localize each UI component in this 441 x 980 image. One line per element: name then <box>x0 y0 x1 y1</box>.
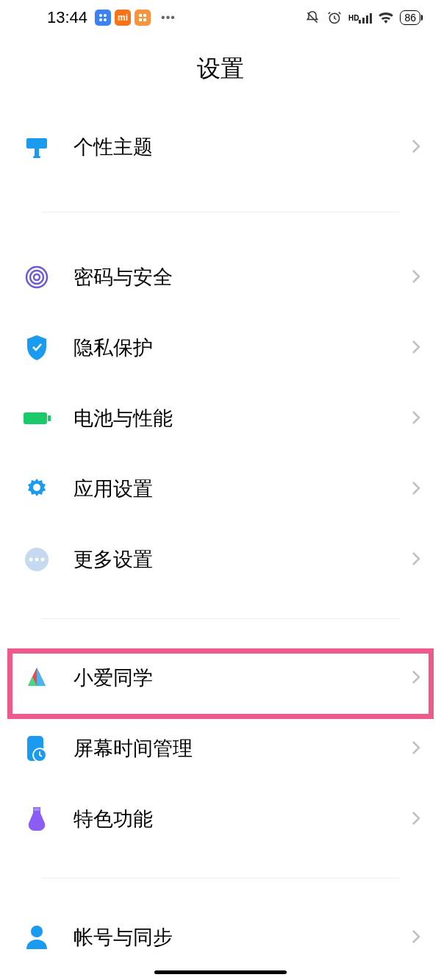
battery-icon <box>21 402 53 434</box>
item-label: 应用设置 <box>74 476 412 502</box>
svg-point-1 <box>104 14 107 17</box>
svg-rect-10 <box>359 20 361 24</box>
battery-indicator: 86 <box>400 10 420 25</box>
flask-icon <box>21 803 53 835</box>
status-left: 13:44 mi ••• <box>47 8 176 27</box>
settings-list: 个性主题 密码与安全 隐私保护 电池与性能 <box>0 112 441 980</box>
settings-item-apps[interactable]: 应用设置 <box>21 454 420 524</box>
page-title: 设置 <box>0 53 441 85</box>
user-icon <box>21 921 53 954</box>
settings-item-xiaoai[interactable]: 小爱同学 <box>21 643 420 713</box>
wifi-icon <box>378 10 394 26</box>
svg-point-2 <box>99 18 102 21</box>
svg-rect-11 <box>362 18 365 24</box>
svg-point-19 <box>34 274 40 280</box>
chevron-right-icon <box>412 737 420 760</box>
notif-app-icon <box>135 10 151 26</box>
notif-app-icon <box>95 10 111 26</box>
xiaoai-icon <box>21 662 53 694</box>
settings-item-privacy[interactable]: 隐私保护 <box>21 312 420 383</box>
home-indicator[interactable] <box>154 970 287 974</box>
chevron-right-icon <box>412 807 420 831</box>
svg-rect-21 <box>48 415 51 421</box>
svg-point-26 <box>41 558 45 562</box>
svg-rect-7 <box>143 18 146 21</box>
item-label: 帐号与同步 <box>74 924 412 951</box>
chevron-right-icon <box>412 926 420 949</box>
svg-point-25 <box>35 558 39 562</box>
settings-item-screentime[interactable]: 屏幕时间管理 <box>21 713 420 784</box>
status-app-icons: mi <box>95 10 151 26</box>
item-label: 小爱同学 <box>74 665 412 691</box>
item-label: 隐私保护 <box>74 335 412 361</box>
svg-rect-6 <box>139 18 142 21</box>
svg-point-18 <box>30 271 43 284</box>
item-label: 密码与安全 <box>74 264 412 290</box>
chevron-right-icon <box>412 336 420 360</box>
chevron-right-icon <box>412 666 420 690</box>
alarm-icon <box>326 10 343 26</box>
settings-divider <box>41 618 400 619</box>
settings-item-battery[interactable]: 电池与性能 <box>21 383 420 454</box>
chevron-right-icon <box>412 548 420 571</box>
svg-rect-20 <box>24 412 47 424</box>
fingerprint-icon <box>21 261 53 293</box>
svg-point-24 <box>29 558 33 562</box>
more-notifications-icon: ••• <box>161 11 176 24</box>
svg-point-29 <box>33 808 40 811</box>
silent-icon <box>304 10 320 26</box>
item-label: 特色功能 <box>74 806 412 832</box>
status-right: HD 86 <box>304 10 420 26</box>
svg-rect-5 <box>143 14 146 17</box>
item-label: 电池与性能 <box>74 405 412 432</box>
more-icon <box>21 543 53 576</box>
svg-rect-16 <box>33 156 40 158</box>
svg-rect-4 <box>139 14 142 17</box>
settings-item-theme[interactable]: 个性主题 <box>21 112 420 182</box>
settings-item-special[interactable]: 特色功能 <box>21 784 420 854</box>
item-label: 更多设置 <box>74 546 412 573</box>
settings-divider <box>41 212 400 212</box>
chevron-right-icon <box>412 265 420 289</box>
svg-point-3 <box>104 18 107 21</box>
svg-point-22 <box>33 484 40 491</box>
chevron-right-icon <box>412 135 420 159</box>
shield-icon <box>21 332 53 364</box>
item-label: 个性主题 <box>74 134 412 160</box>
svg-point-0 <box>99 14 102 17</box>
status-bar: 13:44 mi ••• HD 86 <box>0 0 441 35</box>
settings-divider <box>41 878 400 879</box>
theme-icon <box>21 131 53 163</box>
gear-icon <box>21 473 53 505</box>
hd-signal-icon: HD <box>348 10 372 26</box>
screentime-icon <box>21 732 53 765</box>
svg-point-30 <box>31 926 43 937</box>
svg-rect-13 <box>370 13 372 24</box>
svg-rect-15 <box>35 149 39 156</box>
item-label: 屏幕时间管理 <box>74 735 412 762</box>
svg-rect-12 <box>366 15 368 24</box>
settings-item-security[interactable]: 密码与安全 <box>21 242 420 312</box>
status-time: 13:44 <box>47 8 87 27</box>
svg-rect-14 <box>26 138 47 149</box>
chevron-right-icon <box>412 407 420 430</box>
settings-item-more[interactable]: 更多设置 <box>21 524 420 595</box>
notif-app-icon: mi <box>115 10 131 26</box>
settings-item-account[interactable]: 帐号与同步 <box>21 902 420 973</box>
chevron-right-icon <box>412 477 420 501</box>
